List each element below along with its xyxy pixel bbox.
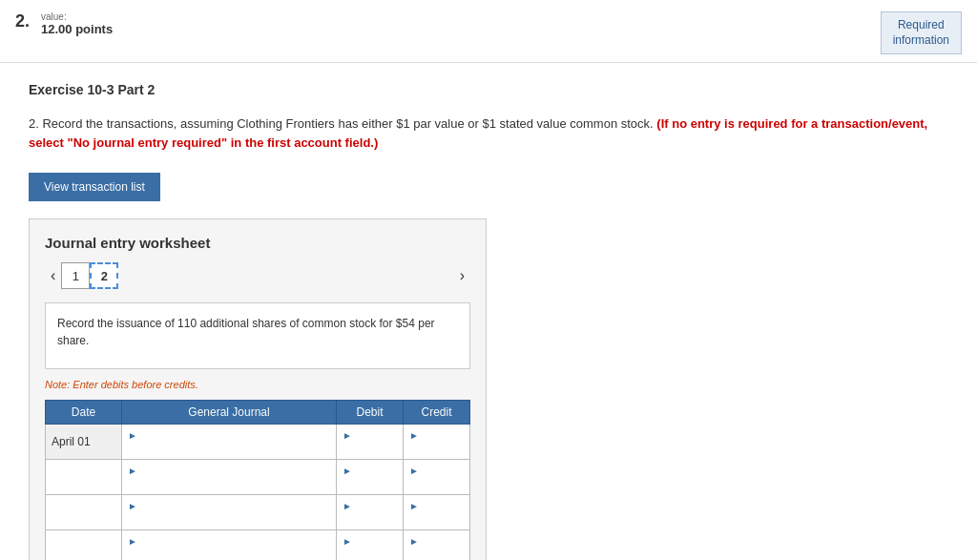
gj-input[interactable] xyxy=(128,512,330,526)
gj-cell[interactable]: ► xyxy=(122,495,337,530)
credit-cell[interactable]: ► xyxy=(404,460,470,495)
debit-input[interactable] xyxy=(343,512,397,526)
gj-cell[interactable]: ► xyxy=(122,460,337,495)
required-information-button[interactable]: Required information xyxy=(881,11,962,54)
question-intro: 2. xyxy=(29,116,39,131)
debit-arrow-icon: ► xyxy=(343,536,352,547)
gj-input[interactable] xyxy=(128,548,330,560)
date-cell xyxy=(46,495,122,530)
credit-input[interactable] xyxy=(409,477,464,490)
debit-cell[interactable]: ► xyxy=(337,530,404,560)
header-value-label: value: xyxy=(41,11,113,22)
credit-cell[interactable]: ► xyxy=(404,425,470,460)
gj-cell[interactable]: ► xyxy=(122,425,337,460)
header-points: 12.00 points xyxy=(41,22,113,36)
credit-arrow-icon: ► xyxy=(409,501,419,511)
gj-arrow-icon: ► xyxy=(128,466,137,476)
credit-arrow-icon: ► xyxy=(409,536,419,547)
note-text: Note: Enter debits before credits. xyxy=(45,379,470,390)
table-header-row: Date General Journal Debit Credit xyxy=(46,401,470,425)
page-1-button[interactable]: 1 xyxy=(61,262,90,289)
debit-cell[interactable]: ► xyxy=(337,460,404,495)
worksheet-title: Journal entry worksheet xyxy=(45,235,470,251)
description-text: Record the issuance of 110 additional sh… xyxy=(57,317,435,347)
table-row: ►►► xyxy=(46,460,470,495)
view-transaction-button[interactable]: View transaction list xyxy=(29,173,160,201)
credit-input[interactable] xyxy=(409,512,464,526)
header-value-section: value: 12.00 points xyxy=(41,11,113,36)
credit-arrow-icon: ► xyxy=(409,466,419,476)
prev-page-button[interactable]: ‹ xyxy=(45,265,61,286)
header-credit: Credit xyxy=(404,401,470,425)
journal-worksheet: Journal entry worksheet ‹ 1 2 › Record t… xyxy=(29,218,487,560)
credit-arrow-icon: ► xyxy=(409,430,419,441)
page-2-button[interactable]: 2 xyxy=(90,262,118,289)
question-number: 2. xyxy=(15,11,30,31)
gj-arrow-icon: ► xyxy=(128,536,137,547)
question-text: 2. Record the transactions, assuming Clo… xyxy=(29,114,948,152)
date-cell xyxy=(46,530,122,560)
debit-arrow-icon: ► xyxy=(343,501,352,511)
question-body: Record the transactions, assuming Clothi… xyxy=(42,116,653,131)
header-debit: Debit xyxy=(337,401,404,425)
next-page-button[interactable]: › xyxy=(454,265,470,286)
exercise-title: Exercise 10-3 Part 2 xyxy=(29,82,948,97)
credit-cell[interactable]: ► xyxy=(404,530,470,560)
credit-cell[interactable]: ► xyxy=(404,495,470,530)
gj-arrow-icon: ► xyxy=(128,501,137,511)
debit-arrow-icon: ► xyxy=(343,466,352,476)
date-cell xyxy=(46,460,122,495)
page-wrapper: 2. value: 12.00 points Required informat… xyxy=(0,0,977,560)
credit-input[interactable] xyxy=(409,442,464,455)
header-date: Date xyxy=(46,401,122,425)
gj-input[interactable] xyxy=(128,477,330,490)
content-area: Exercise 10-3 Part 2 2. Record the trans… xyxy=(0,63,977,560)
debit-cell[interactable]: ► xyxy=(337,495,404,530)
gj-input[interactable] xyxy=(128,442,330,455)
journal-table: Date General Journal Debit Credit April … xyxy=(45,400,470,560)
debit-input[interactable] xyxy=(343,477,397,490)
gj-arrow-icon: ► xyxy=(128,430,137,441)
gj-cell[interactable]: ► xyxy=(122,530,337,560)
header-bar: 2. value: 12.00 points Required informat… xyxy=(0,0,977,63)
table-row: ►►► xyxy=(46,530,470,560)
debit-input[interactable] xyxy=(343,442,397,455)
debit-input[interactable] xyxy=(343,548,397,560)
credit-input[interactable] xyxy=(409,548,464,560)
date-cell: April 01 xyxy=(46,425,122,460)
description-box: Record the issuance of 110 additional sh… xyxy=(45,302,470,369)
table-row: April 01►►► xyxy=(46,425,470,460)
debit-cell[interactable]: ► xyxy=(337,425,404,460)
nav-row: ‹ 1 2 › xyxy=(45,262,470,289)
table-row: ►►► xyxy=(46,495,470,530)
debit-arrow-icon: ► xyxy=(343,430,352,441)
header-gj: General Journal xyxy=(122,401,337,425)
